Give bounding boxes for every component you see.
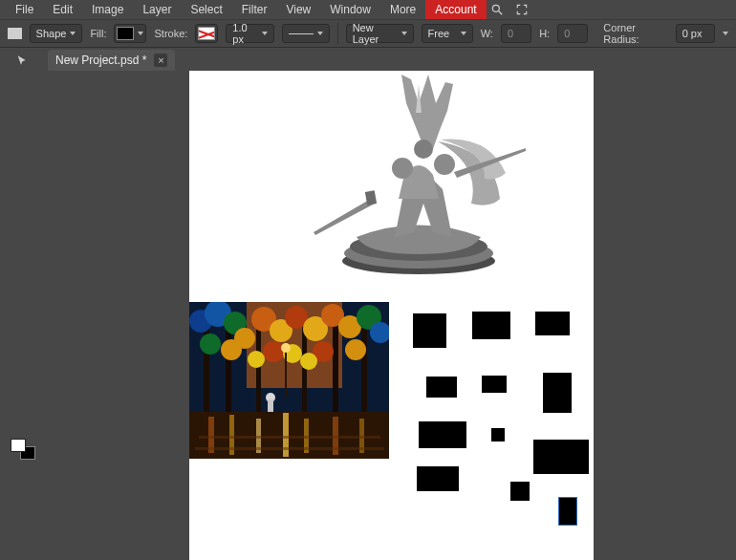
fullscreen-icon[interactable] (515, 3, 529, 16)
menu-view[interactable]: View (276, 0, 320, 19)
svg-point-51 (281, 343, 291, 353)
svg-point-19 (414, 140, 433, 159)
fill-label: Fill: (90, 28, 106, 39)
svg-point-21 (434, 154, 455, 175)
active-shape-rect[interactable] (558, 497, 577, 526)
shape-rect (413, 313, 446, 348)
shape-rect (510, 482, 530, 501)
new-layer-label: New Layer (353, 22, 398, 45)
svg-line-1 (498, 11, 502, 15)
options-bar: Shape Fill: Stroke: 1.0 px New Layer Fre… (0, 19, 736, 48)
menu-more[interactable]: More (380, 0, 425, 19)
document-tab[interactable]: New Project.psd * × (48, 50, 175, 71)
menu-file[interactable]: File (6, 0, 43, 19)
svg-point-47 (345, 339, 366, 360)
menu-account[interactable]: Account (425, 0, 486, 19)
painting-image (189, 302, 389, 459)
rect-tool-icon (8, 28, 22, 39)
height-field[interactable]: 0 (557, 24, 588, 43)
height-label: H: (539, 28, 550, 39)
stroke-swatch[interactable] (195, 24, 218, 43)
fill-swatch[interactable] (114, 24, 146, 43)
menu-layer[interactable]: Layer (133, 0, 181, 19)
height-value: 0 (564, 28, 570, 39)
svg-point-0 (492, 5, 499, 11)
new-layer-dropdown[interactable]: New Layer (346, 24, 414, 43)
svg-point-43 (221, 339, 242, 360)
move-tool[interactable] (5, 52, 41, 72)
svg-rect-58 (283, 413, 289, 457)
svg-point-48 (248, 351, 265, 368)
width-label: W: (481, 28, 493, 39)
shape-rect (491, 428, 505, 442)
stroke-label: Stroke: (154, 28, 187, 39)
corner-radius-value: 0 px (682, 28, 703, 39)
menu-window[interactable]: Window (320, 0, 380, 19)
svg-point-44 (263, 341, 284, 362)
shape-rect (535, 312, 570, 335)
svg-rect-63 (195, 447, 384, 450)
canvas[interactable] (189, 71, 594, 560)
workspace (0, 71, 736, 560)
svg-rect-53 (268, 399, 273, 413)
svg-point-42 (200, 334, 221, 355)
shape-rect (543, 373, 572, 413)
stroke-width[interactable]: 1.0 px (226, 24, 273, 43)
menu-edit[interactable]: Edit (43, 0, 82, 19)
svg-rect-2 (8, 28, 22, 39)
shape-rect (482, 376, 507, 393)
corner-radius-field[interactable]: 0 px (676, 24, 715, 43)
svg-rect-62 (199, 436, 380, 439)
corner-dropdown-icon[interactable] (723, 32, 728, 35)
menu-bar: File Edit Image Layer Select Filter View… (0, 0, 736, 19)
width-value: 0 (508, 28, 513, 39)
shape-label: Shape (36, 28, 67, 39)
constrain-label: Free (428, 28, 450, 39)
svg-point-49 (300, 353, 317, 370)
stroke-width-value: 1.0 px (232, 22, 257, 45)
constrain-dropdown[interactable]: Free (422, 24, 473, 43)
document-tabs: New Project.psd * × (0, 48, 736, 71)
svg-rect-50 (285, 350, 287, 398)
width-field[interactable]: 0 (501, 24, 531, 43)
foreground-swatch[interactable] (11, 439, 26, 452)
svg-rect-54 (189, 412, 389, 459)
menu-select[interactable]: Select (181, 0, 231, 19)
shape-rect (426, 377, 457, 398)
svg-point-20 (392, 158, 413, 179)
corner-radius-label: Corner Radius: (603, 22, 667, 45)
menu-filter[interactable]: Filter (232, 0, 277, 19)
shape-rect (419, 421, 466, 448)
shape-rect (472, 312, 510, 339)
shape-rect (417, 466, 459, 491)
document-tab-label: New Project.psd * (55, 54, 146, 67)
search-icon[interactable] (490, 3, 504, 16)
stroke-style[interactable] (282, 24, 330, 43)
close-tab-button[interactable]: × (154, 54, 167, 67)
menu-image[interactable]: Image (82, 0, 133, 19)
figure-image (280, 71, 557, 275)
shape-rect (533, 440, 589, 474)
canvas-viewport[interactable] (46, 71, 736, 560)
shape-mode-dropdown[interactable]: Shape (30, 24, 83, 43)
